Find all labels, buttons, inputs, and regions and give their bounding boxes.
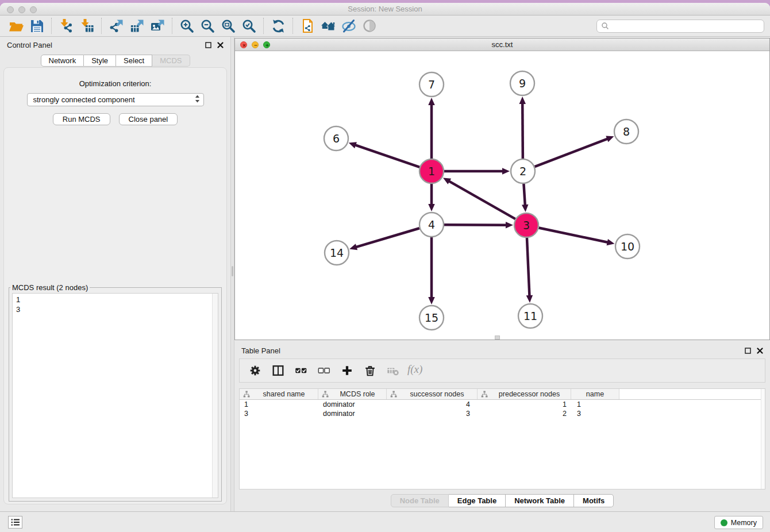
zoom-out-button[interactable] bbox=[197, 17, 218, 35]
float-panel-icon[interactable] bbox=[205, 42, 211, 48]
column-header-successor-nodes[interactable]: successor nodes bbox=[387, 389, 478, 399]
graph-edge-3-1[interactable] bbox=[443, 178, 515, 219]
graph-edge-1-7[interactable] bbox=[428, 98, 435, 159]
column-header-shared-name[interactable]: shared name bbox=[240, 389, 318, 399]
run-mcds-button[interactable]: Run MCDS bbox=[53, 113, 110, 125]
table-tab-node-table[interactable]: Node Table bbox=[391, 494, 449, 507]
add-button[interactable] bbox=[337, 361, 357, 380]
deselect-all-button[interactable] bbox=[314, 361, 334, 380]
zoom-window-button[interactable] bbox=[30, 6, 37, 13]
graph-node-1[interactable]: 1 bbox=[419, 159, 444, 183]
export-table-button[interactable] bbox=[126, 17, 147, 35]
import-network-button[interactable] bbox=[56, 17, 76, 35]
cell-name[interactable]: 1 bbox=[571, 400, 619, 409]
tab-mcds[interactable]: MCDS bbox=[152, 55, 190, 67]
graph-edge-4-3[interactable] bbox=[444, 222, 513, 228]
graph-edge-2-8[interactable] bbox=[535, 136, 614, 167]
graph-edge-3-10[interactable] bbox=[539, 228, 615, 246]
home-button[interactable] bbox=[318, 17, 338, 35]
task-history-button[interactable] bbox=[8, 516, 22, 529]
gear-button[interactable] bbox=[245, 361, 265, 380]
control-panel-title: Control Panel bbox=[7, 41, 52, 49]
graph-node-11[interactable]: 11 bbox=[518, 304, 542, 328]
search-input[interactable] bbox=[612, 22, 760, 30]
open-folder-button[interactable] bbox=[6, 17, 26, 35]
toolbar-separator bbox=[263, 18, 264, 34]
graph-edge-2-9[interactable] bbox=[519, 97, 525, 159]
table-tab-network-table[interactable]: Network Table bbox=[506, 494, 574, 507]
table-row[interactable]: 1dominator411 bbox=[240, 400, 765, 409]
graph-node-7[interactable]: 7 bbox=[419, 72, 444, 97]
graph-node-6[interactable]: 6 bbox=[324, 126, 348, 151]
graph-edge-2-3[interactable] bbox=[522, 184, 528, 212]
zoom-in-button[interactable] bbox=[176, 17, 197, 35]
graph-edge-1-4[interactable] bbox=[428, 184, 435, 211]
cell-name[interactable]: 3 bbox=[571, 409, 619, 418]
table-tab-motifs[interactable]: Motifs bbox=[574, 494, 614, 507]
cell-shared-name[interactable]: 3 bbox=[240, 409, 318, 418]
panel-splitter[interactable] bbox=[230, 37, 234, 511]
graph-node-8[interactable]: 8 bbox=[614, 119, 638, 144]
network-minimize-button[interactable] bbox=[252, 41, 259, 48]
save-button[interactable] bbox=[26, 17, 47, 35]
table-header-row: shared nameMCDS rolesuccessor nodesprede… bbox=[240, 389, 765, 400]
close-panel-icon[interactable] bbox=[217, 42, 224, 48]
main-toolbar bbox=[0, 16, 770, 37]
tab-network[interactable]: Network bbox=[40, 55, 84, 67]
splitter-grip[interactable] bbox=[232, 266, 233, 276]
columns-button[interactable] bbox=[268, 361, 288, 380]
result-scrollbar[interactable] bbox=[212, 294, 218, 498]
column-header-mcds-role[interactable]: MCDS role bbox=[318, 389, 387, 399]
search-box[interactable] bbox=[596, 20, 764, 33]
tab-select[interactable]: Select bbox=[116, 55, 152, 67]
graph-node-3[interactable]: 3 bbox=[514, 213, 538, 237]
close-panel-button[interactable]: Close panel bbox=[119, 113, 178, 125]
cell-predecessor-nodes[interactable]: 1 bbox=[478, 400, 571, 409]
network-canvas[interactable]: 7968124314101511 bbox=[235, 51, 769, 340]
graph-node-10[interactable]: 10 bbox=[615, 234, 640, 259]
graph-edge-1-6[interactable] bbox=[349, 142, 419, 167]
column-header-predecessor-nodes[interactable]: predecessor nodes bbox=[478, 389, 571, 399]
graph-node-2[interactable]: 2 bbox=[511, 159, 535, 183]
mcds-result-textarea[interactable]: 13 bbox=[12, 293, 218, 498]
cell-mcds-role[interactable]: dominator bbox=[318, 400, 387, 409]
close-window-button[interactable] bbox=[7, 6, 14, 13]
graph-edge-3-11[interactable] bbox=[526, 238, 533, 303]
export-image-button[interactable] bbox=[147, 17, 168, 35]
cell-mcds-role[interactable]: dominator bbox=[318, 409, 387, 418]
tab-style[interactable]: Style bbox=[84, 55, 116, 67]
refresh-button[interactable] bbox=[268, 17, 288, 35]
canvas-resize-handle[interactable] bbox=[495, 336, 500, 340]
cell-shared-name[interactable]: 1 bbox=[240, 400, 318, 409]
network-close-button[interactable] bbox=[240, 41, 247, 48]
minimize-window-button[interactable] bbox=[18, 6, 25, 13]
eye-slash-icon bbox=[341, 18, 356, 33]
close-table-panel-icon[interactable] bbox=[757, 348, 763, 354]
select-all-button[interactable] bbox=[291, 361, 311, 380]
eye-slash-button[interactable] bbox=[338, 17, 359, 35]
cell-successor-nodes[interactable]: 4 bbox=[387, 400, 478, 409]
graph-edge-4-14[interactable] bbox=[349, 228, 419, 250]
float-table-panel-icon[interactable] bbox=[745, 348, 751, 354]
graph-edge-1-2[interactable] bbox=[444, 168, 510, 175]
graph-edge-4-15[interactable] bbox=[428, 237, 435, 304]
export-network-button[interactable] bbox=[106, 17, 126, 35]
table-tab-edge-table[interactable]: Edge Table bbox=[449, 494, 506, 507]
graph-node-9[interactable]: 9 bbox=[510, 71, 534, 95]
graph-node-14[interactable]: 14 bbox=[325, 241, 349, 265]
network-file-button[interactable] bbox=[297, 17, 318, 35]
import-table-button[interactable] bbox=[76, 17, 97, 35]
table-row[interactable]: 3dominator323 bbox=[240, 409, 765, 418]
zoom-fit-button[interactable] bbox=[218, 17, 238, 35]
criterion-select[interactable]: strongly connected component bbox=[27, 93, 204, 106]
graph-node-15[interactable]: 15 bbox=[419, 306, 444, 330]
table-scrollbar[interactable] bbox=[761, 389, 765, 489]
column-header-name[interactable]: name bbox=[571, 389, 619, 399]
graph-node-4[interactable]: 4 bbox=[419, 213, 444, 237]
cell-successor-nodes[interactable]: 3 bbox=[387, 409, 478, 418]
cell-predecessor-nodes[interactable]: 2 bbox=[478, 409, 571, 418]
network-zoom-button[interactable] bbox=[263, 41, 270, 48]
zoom-selected-button[interactable] bbox=[238, 17, 259, 35]
memory-button[interactable]: Memory bbox=[714, 516, 763, 529]
delete-button[interactable] bbox=[360, 361, 380, 380]
